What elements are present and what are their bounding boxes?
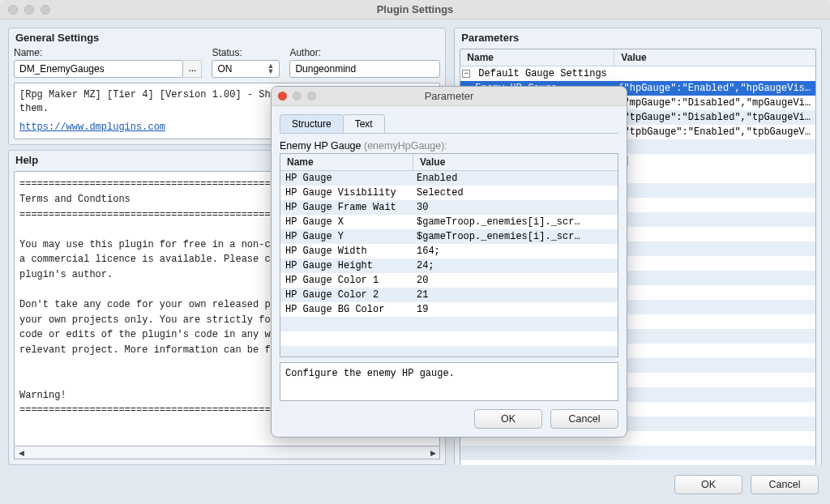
structure-row[interactable]: HP Gauge VisibilitySelected (280, 186, 618, 200)
parameter-tabs: Structure Text (280, 114, 618, 134)
structure-row-empty (280, 346, 618, 357)
structure-row-name: HP Gauge Width (280, 245, 412, 258)
param-group-header[interactable]: −Default Gauge Settings (460, 66, 815, 81)
parameter-label-id: (enemyHpGauge): (362, 140, 447, 152)
parameter-label: Enemy HP Gauge (enemyHpGauge): (280, 140, 618, 152)
structure-row[interactable]: HP GaugeEnabled (280, 171, 618, 186)
structure-row-value: 24; (412, 259, 618, 272)
structure-row-name: HP Gauge Height (280, 259, 412, 272)
tab-text[interactable]: Text (343, 114, 385, 133)
author-value: Dungeonmind (295, 63, 356, 75)
structure-row-name: HP Gauge Frame Wait (280, 201, 412, 214)
cancel-button[interactable]: Cancel (550, 409, 618, 429)
structure-row-value: $gameTroop._enemies[i]._scr… (412, 230, 618, 243)
plugin-settings-window: Plugin Settings General Settings Name: D… (0, 0, 830, 504)
param-row-value: [] (613, 155, 815, 168)
status-dropdown[interactable]: ON ▲▼ (212, 60, 280, 78)
chevron-up-down-icon: ▲▼ (267, 63, 275, 75)
structure-row-name: HP Gauge Color 2 (280, 288, 412, 301)
ok-button[interactable]: OK (474, 409, 542, 429)
structure-table[interactable]: Name Value HP GaugeEnabledHP Gauge Visib… (280, 153, 618, 357)
structure-row[interactable]: HP Gauge Color 120 (280, 273, 618, 288)
parameter-dialog-titlebar: Parameter (272, 87, 627, 106)
structure-row[interactable]: HP Gauge Frame Wait30 (280, 200, 618, 215)
scroll-right-icon[interactable]: ▶ (426, 447, 439, 459)
structure-row-empty (280, 317, 618, 331)
param-row-value: {"hpGauge":"Enabled","hpGaugeVis… (613, 82, 815, 95)
structure-row-name: HP Gauge (280, 172, 412, 185)
structure-row-value: 21 (412, 288, 618, 301)
titlebar: Plugin Settings (0, 0, 830, 19)
structure-row-value: $gameTroop._enemies[i]._scr… (412, 216, 618, 229)
status-label: Status: (212, 47, 280, 58)
param-row-value: {"mpGauge":"Disabled","mpGaugeVi… (613, 96, 815, 109)
param-col-name: Name (460, 49, 614, 66)
structure-row-value: 19 (412, 303, 618, 316)
param-row-value (613, 146, 815, 147)
structure-row-value: 164; (412, 245, 618, 258)
structure-row[interactable]: HP Gauge Height24; (280, 258, 618, 273)
structure-col-name: Name (280, 154, 413, 170)
plugin-name-value: DM_EnemyGauges (19, 63, 105, 75)
plugin-name-browse-button[interactable]: ... (183, 60, 202, 78)
structure-row[interactable]: HP Gauge Width164; (280, 244, 618, 258)
structure-row-value: Selected (412, 186, 618, 199)
dialog-footer: OK Cancel (0, 465, 830, 504)
parameter-dialog: Parameter Structure Text Enemy HP Gauge … (271, 86, 627, 438)
general-settings-heading: General Settings (14, 32, 440, 44)
parameter-description: Configure the enemy HP gauge. (280, 362, 618, 401)
parameter-dialog-footer: OK Cancel (280, 401, 618, 429)
help-scrollbar-horizontal[interactable]: ◀ ▶ (14, 446, 440, 459)
parameter-label-name: Enemy HP Gauge (280, 140, 362, 152)
structure-row-name: HP Gauge Color 1 (280, 274, 412, 287)
structure-row-name: HP Gauge Y (280, 230, 412, 243)
window-title: Plugin Settings (0, 3, 830, 15)
structure-row[interactable]: HP Gauge BG Color19 (280, 302, 618, 317)
structure-row-value: 20 (412, 274, 618, 287)
plugin-name-input[interactable]: DM_EnemyGauges (14, 60, 183, 78)
structure-row[interactable]: HP Gauge Y$gameTroop._enemies[i]._scr… (280, 229, 618, 244)
param-row-empty (460, 446, 815, 460)
name-label: Name: (14, 47, 202, 58)
param-row-value: {"tpbGauge":"Enabled","tpbGaugeV… (613, 126, 815, 139)
structure-row-name: HP Gauge X (280, 216, 412, 229)
scroll-left-icon[interactable]: ◀ (15, 447, 28, 459)
param-row-value: {"tpGauge":"Disabled","tpGaugeVi… (613, 111, 815, 124)
param-col-value: Value (614, 49, 815, 66)
ok-button[interactable]: OK (674, 475, 742, 494)
tab-structure[interactable]: Structure (280, 114, 344, 133)
plugin-link[interactable]: https://www.dmplugins.com (19, 122, 165, 133)
structure-col-value: Value (413, 154, 618, 170)
author-input: Dungeonmind (289, 60, 440, 78)
structure-row-name: HP Gauge BG Color (280, 303, 412, 316)
structure-row-value: 30 (412, 201, 618, 214)
status-value: ON (217, 63, 232, 75)
collapse-icon[interactable]: − (462, 70, 470, 78)
structure-row[interactable]: HP Gauge Color 221 (280, 288, 618, 302)
author-label: Author: (289, 47, 440, 58)
structure-row-name: HP Gauge Visibility (280, 186, 412, 199)
structure-row-empty (280, 331, 618, 346)
cancel-button[interactable]: Cancel (751, 475, 819, 494)
parameter-dialog-title: Parameter (272, 90, 627, 102)
structure-row[interactable]: HP Gauge X$gameTroop._enemies[i]._scr… (280, 215, 618, 229)
structure-row-value: Enabled (412, 172, 618, 185)
parameters-heading: Parameters (460, 32, 816, 44)
